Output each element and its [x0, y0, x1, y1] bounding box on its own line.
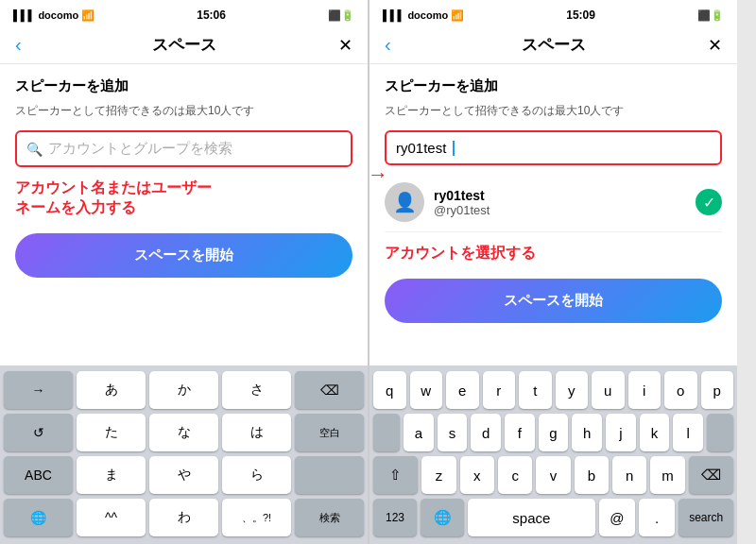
result-info-1: ry01test @ry01test: [434, 188, 686, 217]
wifi-icon-1: 📶: [81, 9, 94, 22]
right-arrow-icon: →: [368, 162, 388, 187]
section-title-2: スピーカーを追加: [385, 77, 722, 95]
key-w[interactable]: w: [410, 371, 443, 409]
key-u[interactable]: u: [592, 371, 625, 409]
keyboard-row-1: → あ か さ ⌫: [4, 371, 364, 409]
key-ta[interactable]: た: [77, 414, 146, 451]
key-period[interactable]: .: [639, 499, 675, 536]
status-right-2: ⬛🔋: [697, 9, 724, 22]
key-ra[interactable]: ら: [222, 456, 291, 494]
wifi-icon-2: 📶: [451, 9, 464, 22]
key-a2[interactable]: a: [404, 414, 434, 451]
content-1: スピーカーを追加 スピーカーとして招待できるのは最大10人です 🔍 アカウントと…: [0, 64, 368, 366]
back-button-2[interactable]: ‹: [385, 34, 391, 56]
key-n[interactable]: n: [612, 456, 646, 494]
key-c[interactable]: c: [498, 456, 532, 494]
carrier-left-1: ▌▌▌ docomo 📶: [13, 9, 94, 22]
phone-2: ▌▌▌ docomo 📶 15:09 ⬛🔋 ‹ スペース ✕ スピーカーを追加 …: [369, 0, 737, 544]
key-a[interactable]: あ: [77, 371, 146, 409]
en-row-2: a s d f g h j k l: [373, 414, 733, 451]
key-backspace-en[interactable]: ⌫: [689, 456, 733, 494]
key-l2[interactable]: l: [673, 414, 703, 451]
en-row-3: ⇧ z x c v b n m ⌫: [373, 456, 733, 494]
start-button-1[interactable]: スペースを開始: [15, 233, 352, 278]
key-z[interactable]: z: [421, 456, 455, 494]
nav-title-1: スペース: [152, 34, 216, 56]
search-box-1[interactable]: 🔍 アカウントとグループを検索: [15, 130, 352, 167]
search-box-2[interactable]: ry01test: [385, 130, 722, 165]
key-wa[interactable]: わ: [149, 499, 218, 536]
key-shift[interactable]: ⇧: [373, 456, 418, 494]
key-x[interactable]: x: [460, 456, 494, 494]
key-i[interactable]: i: [628, 371, 662, 409]
key-h2[interactable]: h: [572, 414, 602, 451]
key-y[interactable]: y: [556, 371, 589, 409]
key-123[interactable]: 123: [373, 499, 417, 536]
key-r[interactable]: r: [483, 371, 516, 409]
signal-icon-2: ▌▌▌: [383, 9, 404, 21]
key-o[interactable]: o: [664, 371, 697, 409]
key-space-en[interactable]: space: [468, 499, 594, 536]
keyboard-en-2: q w e r t y u i o p a s d f g h j k: [369, 366, 737, 544]
key-g2[interactable]: g: [539, 414, 569, 451]
key-j2[interactable]: j: [606, 414, 636, 451]
en-row-4: 123 🌐 space @ . search: [373, 499, 733, 536]
start-button-2[interactable]: スペースを開始: [385, 279, 722, 323]
nav-bar-1: ‹ スペース ✕: [0, 26, 368, 64]
key-undo[interactable]: ↺: [4, 414, 73, 451]
transition-arrow: →: [362, 165, 394, 184]
key-k2[interactable]: k: [640, 414, 670, 451]
key-b[interactable]: b: [575, 456, 609, 494]
close-button-2[interactable]: ✕: [708, 35, 722, 56]
key-m[interactable]: m: [650, 456, 684, 494]
status-bar-1: ▌▌▌ docomo 📶 15:06 ⬛🔋: [0, 0, 368, 26]
time-2: 15:09: [566, 8, 595, 22]
key-at[interactable]: @: [599, 499, 635, 536]
carrier-name-1: docomo: [38, 9, 78, 21]
section-subtitle-2: スピーカーとして招待できるのは最大10人です: [385, 103, 722, 119]
key-sa[interactable]: さ: [222, 371, 291, 409]
key-backspace[interactable]: ⌫: [295, 371, 364, 409]
key-p[interactable]: p: [701, 371, 734, 409]
key-na[interactable]: な: [149, 414, 218, 451]
key-empty: [295, 456, 364, 494]
key-ya[interactable]: や: [149, 456, 218, 494]
result-item-1[interactable]: 👤 ry01test @ry01test ✓: [385, 173, 722, 232]
key-abc[interactable]: ABC: [4, 456, 73, 494]
result-handle-1: @ry01test: [434, 203, 686, 217]
key-s2[interactable]: s: [438, 414, 468, 451]
key-d2[interactable]: d: [471, 414, 501, 451]
cursor-2: [453, 141, 455, 156]
section-title-1: スピーカーを追加: [15, 77, 352, 95]
key-ha[interactable]: は: [222, 414, 291, 451]
key-q[interactable]: q: [373, 371, 406, 409]
close-button-1[interactable]: ✕: [338, 35, 352, 56]
key-v[interactable]: v: [536, 456, 570, 494]
key-search-jp[interactable]: 検索: [295, 499, 364, 536]
key-arrow[interactable]: →: [4, 371, 73, 409]
en-row-1: q w e r t y u i o p: [373, 371, 733, 409]
key-e[interactable]: e: [446, 371, 479, 409]
phone-1: ▌▌▌ docomo 📶 15:06 ⬛🔋 ‹ スペース ✕ スピーカーを追加 …: [0, 0, 369, 544]
search-value-2: ry01test: [396, 140, 446, 156]
check-icon-1: ✓: [696, 189, 722, 215]
back-button-1[interactable]: ‹: [15, 34, 22, 56]
key-spacer-r: [707, 414, 733, 451]
battery-icon-1: ⬛🔋: [328, 9, 354, 22]
status-right-1: ⬛🔋: [328, 9, 354, 22]
key-f2[interactable]: f: [505, 414, 535, 451]
key-globe[interactable]: 🌐: [4, 499, 73, 536]
search-icon-1: 🔍: [26, 142, 43, 157]
key-punct[interactable]: 、。?!: [222, 499, 291, 536]
key-search-en[interactable]: search: [679, 499, 733, 536]
carrier-name-2: docomo: [407, 9, 448, 21]
key-ma[interactable]: ま: [77, 456, 146, 494]
status-bar-2: ▌▌▌ docomo 📶 15:09 ⬛🔋: [369, 0, 737, 26]
key-t[interactable]: t: [519, 371, 552, 409]
key-spacer-l: [373, 414, 400, 451]
key-hat[interactable]: ^^: [77, 499, 146, 536]
key-space[interactable]: 空白: [295, 414, 364, 451]
key-globe-en[interactable]: 🌐: [421, 499, 464, 536]
keyboard-row-3: ABC ま や ら: [4, 456, 364, 494]
key-ka[interactable]: か: [149, 371, 218, 409]
